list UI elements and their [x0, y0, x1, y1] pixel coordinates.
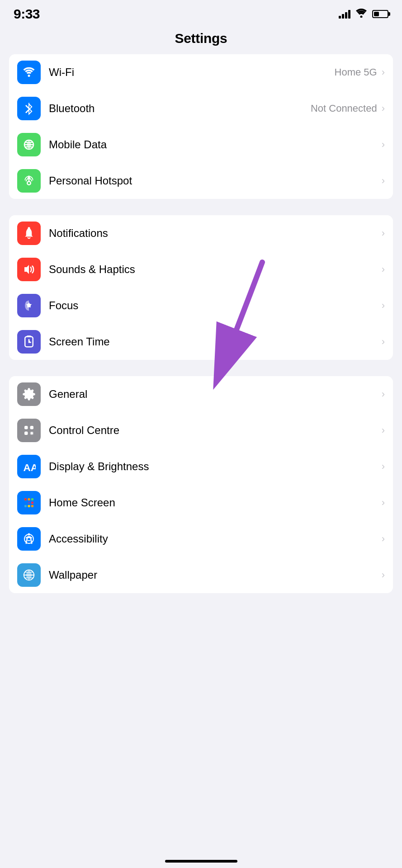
status-bar: 9:33 [0, 0, 402, 26]
svg-rect-12 [24, 426, 28, 429]
bluetooth-label: Bluetooth [49, 102, 311, 115]
svg-rect-14 [30, 426, 34, 429]
page-title: Settings [175, 31, 227, 46]
home-screen-chevron: › [382, 497, 385, 509]
svg-point-2 [28, 75, 30, 77]
svg-rect-7 [28, 227, 30, 229]
focus-icon [17, 294, 41, 317]
wifi-icon [17, 61, 41, 84]
settings-item-mobile-data[interactable]: Mobile Data › [9, 127, 393, 163]
wifi-value: Home 5G [335, 66, 377, 78]
settings-item-accessibility[interactable]: Accessibility › [9, 521, 393, 557]
screen-time-chevron: › [382, 336, 385, 348]
svg-rect-10 [27, 335, 31, 337]
connectivity-group: Wi-Fi Home 5G › Bluetooth Not Connected … [9, 54, 393, 199]
svg-rect-21 [24, 502, 27, 504]
settings-item-home-screen[interactable]: Home Screen › [9, 485, 393, 521]
system2-group: General › Control Centre › AA Display & … [9, 376, 393, 593]
hotspot-icon [17, 169, 41, 193]
wallpaper-chevron: › [382, 569, 385, 581]
svg-point-0 [360, 16, 363, 18]
general-icon [17, 382, 41, 406]
settings-item-notifications[interactable]: Notifications › [9, 215, 393, 251]
mobile-data-chevron: › [382, 139, 385, 151]
display-brightness-icon: AA [17, 455, 41, 478]
status-time: 9:33 [14, 6, 40, 22]
screen-time-label: Screen Time [49, 335, 382, 348]
control-centre-label: Control Centre [49, 424, 382, 437]
home-indicator [165, 860, 237, 863]
settings-item-wallpaper[interactable]: Wallpaper › [9, 557, 393, 593]
notifications-icon [17, 222, 41, 245]
system1-group: Notifications › Sounds & Haptics › Focus… [9, 215, 393, 360]
svg-rect-13 [24, 432, 28, 435]
display-brightness-chevron: › [382, 461, 385, 472]
sounds-icon [17, 258, 41, 281]
general-chevron: › [382, 388, 385, 400]
battery-icon [372, 10, 388, 18]
svg-rect-23 [31, 502, 33, 504]
svg-rect-18 [24, 498, 27, 500]
svg-point-6 [27, 181, 31, 185]
general-label: General [49, 388, 382, 401]
wifi-status-icon [356, 9, 367, 19]
control-centre-icon [17, 419, 41, 442]
wallpaper-label: Wallpaper [49, 569, 382, 581]
svg-text:AA: AA [24, 462, 36, 473]
status-icons [339, 9, 388, 19]
control-centre-chevron: › [382, 425, 385, 436]
settings-item-sounds[interactable]: Sounds & Haptics › [9, 251, 393, 288]
settings-item-bluetooth[interactable]: Bluetooth Not Connected › [9, 90, 393, 127]
home-screen-label: Home Screen [49, 496, 382, 509]
focus-label: Focus [49, 299, 382, 312]
settings-item-general[interactable]: General › [9, 376, 393, 412]
svg-rect-26 [31, 505, 33, 507]
focus-chevron: › [382, 300, 385, 311]
signal-icon [339, 9, 350, 19]
screen-time-icon [17, 330, 41, 354]
svg-rect-24 [24, 505, 27, 507]
svg-point-4 [27, 143, 31, 146]
settings-item-screen-time[interactable]: Screen Time › [9, 324, 393, 360]
notifications-chevron: › [382, 227, 385, 239]
sounds-chevron: › [382, 264, 385, 275]
wifi-label: Wi-Fi [49, 66, 335, 79]
page-title-bar: Settings [0, 26, 402, 54]
display-brightness-label: Display & Brightness [49, 460, 382, 473]
settings-item-wifi[interactable]: Wi-Fi Home 5G › [9, 54, 393, 90]
bluetooth-chevron: › [382, 103, 385, 114]
bluetooth-icon [17, 97, 41, 120]
svg-rect-22 [28, 502, 30, 504]
settings-item-display-brightness[interactable]: AA Display & Brightness › [9, 448, 393, 485]
mobile-data-icon [17, 133, 41, 156]
accessibility-chevron: › [382, 533, 385, 545]
settings-item-control-centre[interactable]: Control Centre › [9, 412, 393, 448]
wifi-chevron: › [382, 66, 385, 78]
svg-point-16 [31, 432, 33, 434]
accessibility-label: Accessibility [49, 533, 382, 545]
svg-rect-20 [31, 498, 33, 500]
settings-item-hotspot[interactable]: Personal Hotspot › [9, 163, 393, 199]
mobile-data-label: Mobile Data [49, 138, 382, 151]
wallpaper-icon [17, 563, 41, 587]
home-screen-icon [17, 491, 41, 514]
accessibility-icon [17, 527, 41, 551]
hotspot-label: Personal Hotspot [49, 175, 382, 187]
svg-rect-19 [28, 498, 30, 500]
sounds-label: Sounds & Haptics [49, 263, 382, 276]
svg-rect-25 [28, 505, 30, 507]
hotspot-chevron: › [382, 175, 385, 187]
bluetooth-value: Not Connected [311, 103, 377, 114]
notifications-label: Notifications [49, 227, 382, 240]
svg-point-28 [24, 534, 33, 543]
settings-item-focus[interactable]: Focus › [9, 288, 393, 324]
